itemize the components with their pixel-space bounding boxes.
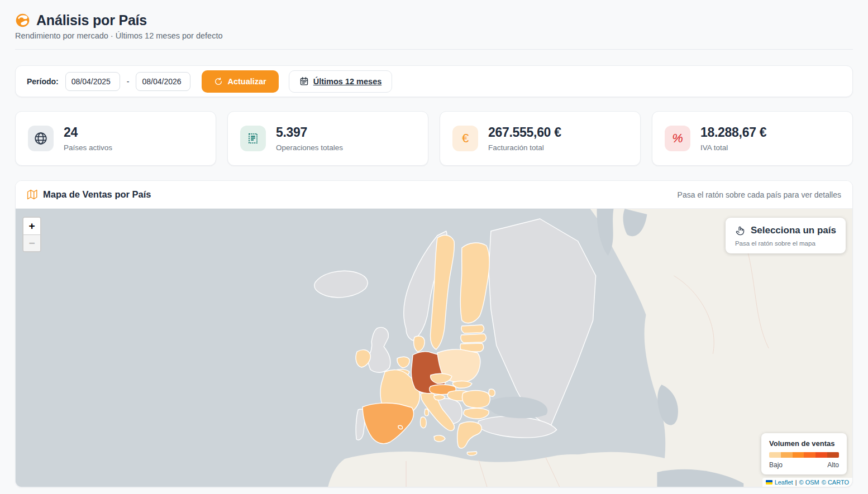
country-slovenia[interactable] — [434, 395, 445, 400]
stat-value: 5.397 — [276, 125, 343, 140]
leaflet-map[interactable]: + − Selecciona un país Pasa el ratón sob… — [16, 209, 852, 487]
stat-value: 24 — [64, 125, 112, 140]
ukraine-flag-icon — [766, 480, 772, 485]
receipt-icon — [240, 126, 266, 151]
legend-low-label: Bajo — [769, 461, 783, 469]
update-button-label: Actualizar — [227, 77, 266, 86]
globe-icon — [28, 126, 54, 151]
country-sicily[interactable] — [434, 435, 445, 442]
country-latvia[interactable] — [461, 334, 487, 343]
world-icon — [15, 13, 30, 28]
header-divider — [15, 49, 853, 50]
country-balearics[interactable] — [398, 425, 403, 429]
legend-high-label: Alto — [827, 461, 839, 469]
period-label: Período: — [27, 77, 59, 86]
page-subtitle: Rendimiento por mercado · Últimos 12 mes… — [15, 31, 853, 40]
period-filter-bar: Período: - Actualizar Últimos 12 meses — [15, 65, 853, 97]
last-12-months-button[interactable]: Últimos 12 meses — [289, 70, 393, 93]
stat-value: 267.555,60 € — [488, 125, 561, 140]
volume-legend: Volumen de ventas Bajo Alto — [761, 433, 847, 474]
sales-map-card: Mapa de Ventas por País Pasa el ratón so… — [15, 180, 853, 487]
country-moldova[interactable] — [489, 389, 495, 396]
stat-label: Operaciones totales — [276, 143, 343, 152]
country-estonia[interactable] — [461, 325, 484, 333]
carto-link[interactable]: © CARTO — [822, 479, 849, 486]
stat-value: 18.288,67 € — [700, 125, 766, 140]
country-romania[interactable] — [462, 391, 490, 408]
euro-icon: € — [452, 126, 478, 151]
zoom-out-button[interactable]: − — [23, 234, 40, 251]
select-country-box: Selecciona un país Pasa el ratón sobre e… — [726, 218, 846, 253]
update-button[interactable]: Actualizar — [202, 70, 278, 93]
hand-pointer-icon — [735, 226, 746, 236]
zoom-in-button[interactable]: + — [23, 218, 40, 234]
country-corsica[interactable] — [425, 409, 428, 416]
page-title: Análisis por País — [36, 12, 147, 28]
attribution-separator: | — [795, 479, 797, 486]
last-12-months-label: Últimos 12 meses — [313, 77, 382, 86]
legend-gradient-bar — [769, 452, 839, 458]
stat-card-total-vat: % 18.288,67 € IVA total — [652, 111, 853, 166]
map-hint: Pasa el ratón sobre cada país para ver d… — [678, 190, 841, 199]
stat-card-total-operations: 5.397 Operaciones totales — [227, 111, 428, 166]
country-analysis-page: Análisis por País Rendimiento por mercad… — [0, 0, 868, 487]
leaflet-link[interactable]: Leaflet — [775, 479, 793, 486]
stat-label: Facturación total — [488, 143, 561, 152]
country-sardinia[interactable] — [420, 417, 426, 428]
stat-label: Países activos — [64, 143, 112, 152]
map-attribution: Leaflet | © OSM © CARTO — [762, 478, 852, 487]
select-country-title: Selecciona un país — [751, 225, 836, 236]
map-icon — [27, 189, 37, 200]
page-header: Análisis por País Rendimiento por mercad… — [15, 0, 853, 50]
date-to-input[interactable] — [136, 72, 190, 91]
calendar-icon — [299, 76, 309, 86]
osm-link[interactable]: © OSM — [799, 479, 819, 486]
date-from-input[interactable] — [65, 72, 120, 91]
zoom-control: + − — [22, 217, 41, 252]
refresh-icon — [214, 77, 223, 86]
map-title: Mapa de Ventas por País — [43, 189, 151, 200]
stat-card-active-countries: 24 Países activos — [15, 111, 216, 166]
country-crete[interactable] — [467, 452, 476, 455]
map-card-header: Mapa de Ventas por País Pasa el ratón so… — [16, 181, 852, 209]
legend-title: Volumen de ventas — [769, 439, 839, 448]
stat-cards-row: 24 Países activos 5.397 Operaciones tota… — [15, 111, 853, 166]
select-country-subtitle: Pasa el ratón sobre el mapa — [735, 240, 836, 247]
country-bulgaria[interactable] — [464, 408, 489, 419]
date-range-dash: - — [127, 77, 130, 86]
percent-icon: % — [665, 126, 690, 151]
stat-label: IVA total — [700, 143, 766, 152]
stat-card-total-revenue: € 267.555,60 € Facturación total — [440, 111, 641, 166]
